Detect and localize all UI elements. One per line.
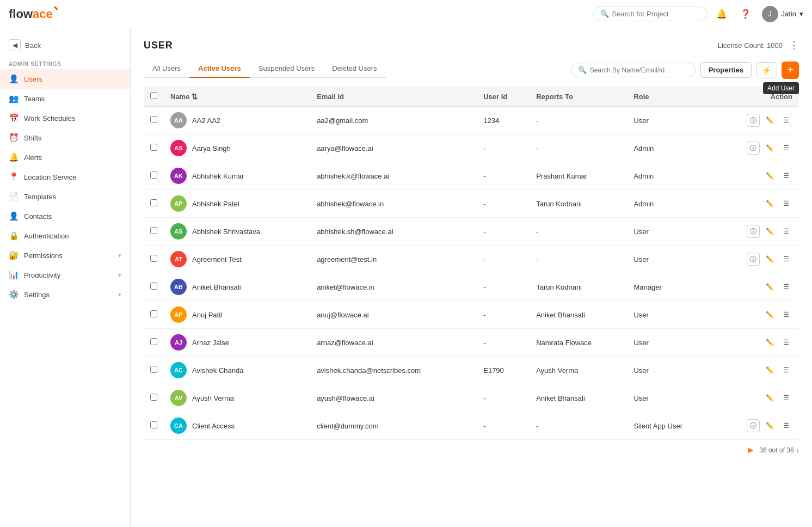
tab-active-users[interactable]: Active Users [189,60,250,78]
sidebar-item-productivity[interactable]: 📊 Productivity ▾ [0,265,130,285]
info-icon[interactable]: ⓘ [747,114,760,127]
row-checkbox[interactable] [150,199,157,206]
more-icon[interactable]: ☰ [779,114,792,127]
info-icon[interactable]: ⓘ [747,225,760,238]
more-icon[interactable]: ☰ [779,253,792,266]
sidebar-item-contacts[interactable]: 👤 Contacts [0,206,130,226]
user-name-text: Aarya Singh [192,144,231,152]
row-checkbox[interactable] [150,421,157,428]
edit-icon[interactable]: ✏️ [763,197,776,210]
user-name-text: Abhishek Patel [192,200,239,208]
properties-button[interactable]: Properties [700,62,752,78]
row-user-id-cell: - [477,273,530,301]
sidebar-item-location-service[interactable]: 📍 Location Service [0,167,130,187]
sidebar-item-permissions[interactable]: 🔐 Permissions ▾ [0,246,130,265]
user-name-text: Client Access [192,422,235,430]
table-row: AA AA2 AA2 aa2@gmail.com 1234 - User ⓘ ✏… [144,107,799,134]
info-icon[interactable]: ⓘ [747,142,760,155]
row-checkbox[interactable] [150,310,157,317]
user-profile[interactable]: J Jatin ▾ [762,6,803,22]
tab-deleted-users[interactable]: Deleted Users [323,60,385,78]
more-icon[interactable]: ☰ [779,336,792,349]
sidebar-item-label: Settings [24,291,113,299]
row-checkbox[interactable] [150,116,157,123]
select-all-checkbox[interactable] [150,92,157,99]
more-icon[interactable]: ☰ [779,308,792,321]
row-checkbox[interactable] [150,283,157,290]
add-user-button[interactable]: + [782,62,799,79]
tab-suspended-users[interactable]: Suspended Users [250,60,323,78]
more-icon[interactable]: ☰ [779,197,792,210]
more-icon[interactable]: ☰ [779,391,792,405]
sidebar-item-authentication[interactable]: 🔒 Authentication [0,226,130,246]
row-checkbox[interactable] [150,255,157,262]
sidebar-item-label: Users [24,75,121,83]
edit-icon[interactable]: ✏️ [763,391,776,405]
more-icon[interactable]: ☰ [779,225,792,238]
edit-icon[interactable]: ✏️ [763,225,776,238]
sidebar-item-users[interactable]: 👤 Users [0,69,130,89]
sort-icon[interactable]: ⇅ [192,93,198,101]
edit-icon[interactable]: ✏️ [763,280,776,293]
edit-icon[interactable]: ✏️ [763,336,776,349]
sidebar-item-teams[interactable]: 👥 Teams [0,89,130,108]
tab-all-users[interactable]: All Users [144,60,189,78]
project-search-bar[interactable]: 🔍 [593,7,708,21]
back-button[interactable]: ◀ Back [0,35,130,56]
edit-icon[interactable]: ✏️ [763,253,776,266]
table-row: AP Abhishek Patel abhishek@flowace.in - … [144,190,799,218]
row-checkbox[interactable] [150,227,157,234]
more-options-icon[interactable]: ⋮ [789,39,799,51]
logo-flow: flow [9,7,33,21]
notification-icon[interactable]: 🔔 [714,7,729,22]
avatar: AS [170,140,187,156]
help-icon[interactable]: ❓ [738,7,753,22]
edit-icon[interactable]: ✏️ [763,114,776,127]
row-role-cell: User [627,384,715,412]
chevron-down-icon: ▾ [799,10,803,18]
row-checkbox[interactable] [150,338,157,345]
row-action-cell: ✏️ ☰ [715,190,799,218]
col-email: Email Id [310,87,477,107]
more-icon[interactable]: ☰ [779,169,792,182]
user-name-text: Abhishek Shrivastava [192,228,260,236]
row-action-cell: ⓘ ✏️ ☰ [715,412,799,440]
sidebar-item-templates[interactable]: 📄 Templates [0,187,130,206]
avatar: AS [170,223,187,240]
edit-icon[interactable]: ✏️ [763,308,776,321]
row-name-cell: AS Aarya Singh [164,134,310,162]
row-checkbox[interactable] [150,171,157,179]
more-icon[interactable]: ☰ [779,142,792,155]
project-search-input[interactable] [612,10,700,18]
pagination-logo: ► [746,445,755,455]
row-checkbox[interactable] [150,144,157,151]
more-icon[interactable]: ☰ [779,364,792,377]
filter-button[interactable]: ⚡ [756,62,777,78]
edit-icon[interactable]: ✏️ [763,364,776,377]
sidebar-item-shifts[interactable]: ⏰ Shifts [0,128,130,148]
chevron-down-icon: ▾ [118,272,121,279]
user-search-input[interactable] [590,66,689,74]
row-email-cell: agreement@test.in [310,246,477,273]
edit-icon[interactable]: ✏️ [763,419,776,432]
row-checkbox[interactable] [150,394,157,401]
more-icon[interactable]: ☰ [779,419,792,432]
info-icon[interactable]: ⓘ [747,253,760,266]
sidebar-item-alerts[interactable]: 🔔 Alerts [0,148,130,167]
edit-icon[interactable]: ✏️ [763,169,776,182]
user-search-bar[interactable]: 🔍 [571,63,696,77]
row-checkbox-cell [144,218,164,246]
edit-icon[interactable]: ✏️ [763,142,776,155]
row-checkbox[interactable] [150,366,157,373]
info-icon[interactable]: ⓘ [747,419,760,432]
sidebar-item-settings[interactable]: ⚙️ Settings ▾ [0,285,130,304]
row-action-cell: ✏️ ☰ [715,301,799,329]
row-name-cell: AJ Arnaz Jalse [164,329,310,357]
row-reports-to-cell: - [530,134,627,162]
more-icon[interactable]: ☰ [779,280,792,293]
row-role-cell: Admin [627,190,715,218]
row-reports-to-cell: - [530,412,627,440]
avatar: J [762,6,778,22]
table-row: AS Abhishek Shrivastava abhishek.sh@flow… [144,218,799,246]
sidebar-item-work-schedules[interactable]: 📅 Work Schedules [0,108,130,128]
